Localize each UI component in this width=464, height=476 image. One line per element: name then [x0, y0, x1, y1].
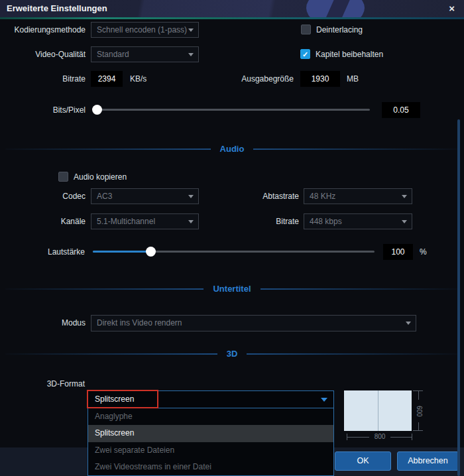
volume-input[interactable]: 100	[383, 244, 413, 260]
height-dimension-label: 600	[416, 400, 423, 422]
copy-audio-label: Audio kopieren	[74, 172, 127, 183]
audio-section-header: Audio	[0, 144, 464, 154]
dropdown-option-two-streams[interactable]: Zwei Videostreams in einer Datei	[88, 459, 333, 475]
sample-rate-label: Abtastrate	[233, 188, 299, 204]
audio-bitrate-value: 448 kbps	[310, 217, 342, 226]
keep-chapters-checkbox[interactable]: ✓	[300, 49, 310, 59]
video-quality-dropdown[interactable]: Standard	[91, 46, 199, 62]
dialog-title: Erweiterte Einstellungen	[7, 0, 107, 17]
video-quality-label: Video-Qualität	[0, 46, 86, 62]
slider-thumb[interactable]	[92, 105, 102, 115]
close-icon[interactable]: ×	[449, 0, 455, 17]
keep-chapters-label: Kapitel beibehalten	[316, 49, 383, 60]
three-d-section-header: 3D	[0, 349, 464, 359]
video-quality-value: Standard	[97, 50, 129, 59]
sample-rate-value: 48 KHz	[310, 192, 335, 201]
bits-per-pixel-input[interactable]: 0.05	[382, 102, 420, 118]
section-divider	[5, 353, 217, 355]
chevron-down-icon	[188, 53, 194, 56]
dropdown-option-anaglyph[interactable]: Anaglyphe	[88, 408, 333, 425]
dimension-tick	[412, 434, 412, 440]
three-d-format-label: 3D-Format	[0, 376, 85, 392]
bits-per-pixel-slider[interactable]	[93, 109, 370, 111]
deinterlacing-checkbox[interactable]	[301, 25, 311, 34]
dropdown-option-splitscreen[interactable]: Splitscreen	[88, 425, 333, 442]
section-title: Untertitel	[203, 284, 260, 294]
audio-bitrate-label: Bitrate	[233, 213, 299, 229]
vertical-scrollbar[interactable]	[457, 119, 460, 476]
three-d-format-combobox[interactable]: Splitscreen	[87, 390, 334, 408]
cancel-button[interactable]: Abbrechen	[397, 451, 459, 471]
chevron-down-icon	[188, 195, 194, 198]
subtitle-mode-dropdown[interactable]: Direkt ins Video rendern	[91, 315, 416, 331]
copy-audio-checkbox[interactable]	[58, 172, 68, 182]
chevron-down-icon	[402, 195, 407, 198]
output-size-label: Ausgabegröße	[227, 71, 294, 87]
volume-slider[interactable]	[93, 251, 375, 253]
channels-dropdown[interactable]: 5.1-Multichannel	[91, 213, 199, 229]
chevron-down-icon	[406, 322, 411, 325]
ok-button[interactable]: OK	[335, 451, 391, 471]
three-d-format-value: Splitscreen	[95, 391, 134, 408]
audio-bitrate-dropdown[interactable]: 448 kbps	[304, 213, 412, 229]
codec-dropdown[interactable]: AC3	[91, 188, 199, 204]
subtitles-section-header: Untertitel	[0, 284, 464, 294]
section-title: 3D	[217, 349, 247, 359]
codec-value: AC3	[97, 192, 112, 201]
output-size-input[interactable]: 1930	[300, 71, 340, 87]
bitrate-input[interactable]: 2394	[91, 71, 123, 87]
section-divider	[5, 288, 203, 290]
output-size-unit: MB	[347, 71, 359, 87]
section-divider	[261, 288, 459, 290]
section-title: Audio	[211, 144, 254, 154]
width-dimension-label: 800	[369, 433, 390, 440]
sample-rate-dropdown[interactable]: 48 KHz	[304, 188, 412, 204]
encoding-method-dropdown[interactable]: Schnell encoden (1-pass)	[91, 22, 199, 38]
subtitle-mode-label: Modus	[0, 315, 86, 331]
deinterlacing-label: Deinterlacing	[316, 25, 363, 36]
volume-label: Lautstärke	[0, 244, 85, 260]
dimension-tick	[413, 390, 423, 391]
volume-unit: %	[420, 244, 427, 260]
bitrate-label: Bitrate	[0, 71, 86, 87]
codec-label: Codec	[0, 188, 86, 204]
channels-value: 5.1-Multichannel	[97, 217, 155, 226]
splitscreen-preview-thumbnail	[344, 390, 412, 431]
encoding-method-label: Kodierungsmethode	[0, 22, 86, 38]
subtitle-mode-value: Direkt ins Video rendern	[97, 318, 182, 327]
slider-fill	[93, 251, 151, 253]
dropdown-option-two-files[interactable]: Zwei separate Dateien	[88, 442, 333, 459]
three-d-format-listbox: Anaglyphe Splitscreen Zwei separate Date…	[87, 408, 334, 476]
chevron-down-icon	[188, 220, 194, 223]
titlebar-accent-divider	[0, 17, 464, 19]
chevron-down-icon	[321, 398, 327, 402]
encoding-method-value: Schnell encoden (1-pass)	[97, 25, 187, 34]
bits-per-pixel-label: Bits/Pixel	[0, 102, 86, 118]
bitrate-unit: KB/s	[130, 71, 146, 87]
section-divider	[253, 149, 459, 150]
section-divider	[247, 353, 459, 355]
advanced-settings-dialog: Erweiterte Einstellungen × Kodierungsmet…	[0, 0, 464, 476]
dimension-tick	[413, 430, 423, 431]
section-divider	[5, 149, 211, 150]
channels-label: Kanäle	[0, 213, 86, 229]
chevron-down-icon	[402, 220, 407, 223]
chevron-down-icon	[188, 29, 194, 32]
slider-thumb[interactable]	[146, 247, 156, 257]
preview-split-divider	[378, 390, 378, 431]
dimension-tick	[347, 434, 347, 440]
check-icon: ✓	[302, 50, 308, 58]
